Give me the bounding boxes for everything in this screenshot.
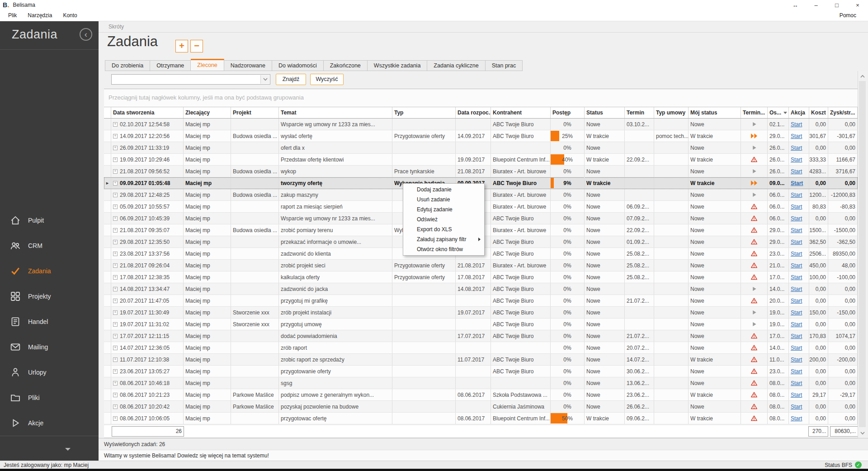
table-row[interactable]: +17.07.2017 12:11:15Maciej mpdodać powwi…	[104, 330, 858, 342]
start-link[interactable]: Start	[791, 251, 802, 257]
start-link[interactable]: Start	[791, 274, 802, 281]
expand-row-icon[interactable]: +	[113, 193, 118, 197]
start-link[interactable]: Start	[791, 204, 802, 210]
table-row[interactable]: +08.06.2017 10:06:05Maciej mpprzygotowac…	[104, 413, 858, 424]
expand-row-icon[interactable]: +	[113, 169, 118, 174]
context-menu-item-otwrz-okno-filtrw[interactable]: Otwórz okno filtrów	[403, 244, 484, 254]
sidebar-item-handel[interactable]: Handel	[0, 309, 99, 334]
resize-button[interactable]: ↔	[785, 0, 806, 10]
expand-row-icon[interactable]: +	[113, 228, 118, 233]
column-header-typ[interactable]: Typ	[392, 107, 456, 118]
sidebar-item-crm[interactable]: CRM	[0, 233, 99, 258]
column-header-moj_status[interactable]: Mój status	[689, 107, 741, 118]
expand-row-icon[interactable]: +	[113, 157, 118, 162]
tab-stan-prac[interactable]: Stan prac	[486, 60, 523, 71]
sidebar-item-projekty[interactable]: Projekty	[0, 284, 99, 309]
start-link[interactable]: Start	[791, 298, 802, 304]
start-link[interactable]: Start	[791, 157, 802, 163]
sidebar-item-zadania[interactable]: Zadania	[0, 258, 99, 284]
remove-task-button[interactable]: −	[190, 40, 203, 52]
column-header-kontrahent[interactable]: Kontrahent	[491, 107, 551, 118]
clear-button[interactable]: Wyczyść	[310, 74, 344, 85]
start-link[interactable]: Start	[791, 333, 802, 339]
table-row[interactable]: +19.07.2017 11:31:02Maciej mpStworzenie …	[104, 319, 858, 330]
minimize-button[interactable]: –	[806, 0, 826, 10]
scrollbar-thumb[interactable]	[859, 81, 866, 427]
groupby-dropzone[interactable]: Przeciągnij tutaj nagłówek kolumny, jeśl…	[104, 89, 858, 107]
table-row[interactable]: +19.07.2017 11:30:49Maciej mpStworzenie …	[104, 307, 858, 319]
start-link[interactable]: Start	[791, 357, 802, 363]
expand-row-icon[interactable]: +	[113, 263, 118, 268]
column-header-temat[interactable]: Temat	[279, 107, 392, 118]
start-link[interactable]: Start	[791, 227, 802, 233]
column-header-termin[interactable]: Termin	[625, 107, 654, 118]
expand-row-icon[interactable]: +	[113, 287, 118, 291]
start-link[interactable]: Start	[791, 380, 802, 386]
sidebar-item-akcje[interactable]: Akcje	[0, 410, 99, 436]
table-row[interactable]: +20.07.2017 11:47:05Maciej mpprzygotuj m…	[104, 295, 858, 307]
expand-row-icon[interactable]: +	[113, 205, 118, 209]
expand-row-icon[interactable]: +	[113, 416, 118, 421]
column-header-os[interactable]: Os...	[768, 107, 789, 118]
context-menu-item-usu-zadanie[interactable]: Usuń zadanie	[403, 195, 484, 205]
shortcuts-label[interactable]: Skróty	[108, 24, 124, 30]
expand-row-icon[interactable]: +	[113, 275, 118, 280]
table-row[interactable]: +17.08.2017 12:38:35Maciej mpkalkulacja …	[104, 271, 858, 283]
menu-item-plik[interactable]: Plik	[3, 10, 22, 21]
tab-do-zrobienia[interactable]: Do zrobienia	[105, 60, 150, 71]
expand-row-icon[interactable]: +	[113, 216, 118, 221]
welcome-text[interactable]: Witamy w systemie Belisama! Dowiedz się …	[104, 452, 269, 459]
table-row[interactable]: +08.06.2017 10:20:42Maciej mpParkowe Maś…	[104, 401, 858, 413]
expand-row-icon[interactable]: +	[113, 393, 118, 397]
start-link[interactable]: Start	[791, 215, 802, 222]
start-link[interactable]: Start	[791, 321, 802, 328]
expand-row-icon[interactable]: +	[113, 122, 118, 127]
tab-zadania-cykliczne[interactable]: Zadania cykliczne	[427, 60, 485, 71]
column-header-postep[interactable]: Postęp	[551, 107, 585, 118]
expand-row-icon[interactable]: +	[113, 334, 118, 338]
context-menu-item-export-do-xls[interactable]: Export do XLS	[403, 224, 484, 234]
column-header-typ_umowy[interactable]: Typ umowy	[654, 107, 689, 118]
table-row[interactable]: +14.09.2017 12:20:56Maciej mpBudowa osie…	[104, 130, 858, 142]
context-menu-item-edytuj-zadanie[interactable]: Edytuj zadanie	[403, 205, 484, 214]
context-menu-item-zaaduj-zapisany-filtr[interactable]: Załaduj zapisany filtr	[403, 234, 484, 244]
table-row[interactable]: +11.07.2017 12:10:38Maciej mpzrobic rapo…	[104, 354, 858, 366]
expand-row-icon[interactable]: +	[113, 181, 118, 186]
search-combobox[interactable]	[111, 74, 270, 85]
start-link[interactable]: Start	[791, 415, 802, 422]
table-row[interactable]: +14.08.2017 13:34:47Maciej mpzadzwonić d…	[104, 283, 858, 295]
table-row[interactable]: +08.06.2017 10:21:23Maciej mpParkowe Maś…	[104, 389, 858, 401]
expand-row-icon[interactable]: +	[113, 357, 118, 362]
close-button[interactable]: ×	[847, 0, 868, 10]
start-link[interactable]: Start	[791, 192, 802, 198]
tab-zakończone[interactable]: Zakończone	[324, 60, 368, 71]
expand-row-icon[interactable]: +	[113, 322, 118, 327]
column-header-akcja[interactable]: Akcja	[789, 107, 809, 118]
start-link[interactable]: Start	[791, 262, 802, 269]
sidebar-collapse-button[interactable]: ‹	[80, 28, 92, 41]
add-task-button[interactable]: +	[175, 40, 188, 52]
table-row[interactable]: +21.08.2017 09:26:04Maciej mpzrobić proj…	[104, 260, 858, 271]
start-link[interactable]: Start	[791, 345, 802, 351]
start-link[interactable]: Start	[791, 145, 802, 151]
vertical-scrollbar[interactable]	[858, 71, 867, 438]
combo-dropdown-button[interactable]	[260, 75, 269, 84]
column-header-zysk[interactable]: Zysk/str...	[828, 107, 858, 118]
sidebar-item-pliki[interactable]: Pliki	[0, 385, 99, 410]
context-menu-item-dodaj-zadanie[interactable]: Dodaj zadanie	[403, 185, 484, 195]
column-header-rozpoczecie[interactable]: Data rozpoc...	[456, 107, 491, 118]
menu-item-narzdzia[interactable]: Narzędzia	[22, 10, 57, 21]
expand-row-icon[interactable]: +	[113, 369, 118, 374]
start-link[interactable]: Start	[791, 392, 802, 398]
start-link[interactable]: Start	[791, 368, 802, 375]
find-button[interactable]: Znajdź	[276, 74, 306, 85]
menu-item-konto[interactable]: Konto	[57, 10, 82, 21]
expand-row-icon[interactable]: +	[113, 240, 118, 244]
tab-otrzymane[interactable]: Otrzymane	[150, 60, 191, 71]
start-link[interactable]: Start	[791, 180, 803, 186]
expand-row-icon[interactable]: +	[113, 346, 118, 350]
expand-row-icon[interactable]: +	[113, 299, 118, 303]
maximize-button[interactable]: □	[826, 0, 847, 10]
context-menu-item-odwie[interactable]: Odśwież	[403, 214, 484, 224]
table-row[interactable]: +23.06.2017 13:05:27Maciej mpprzygotowan…	[104, 366, 858, 377]
